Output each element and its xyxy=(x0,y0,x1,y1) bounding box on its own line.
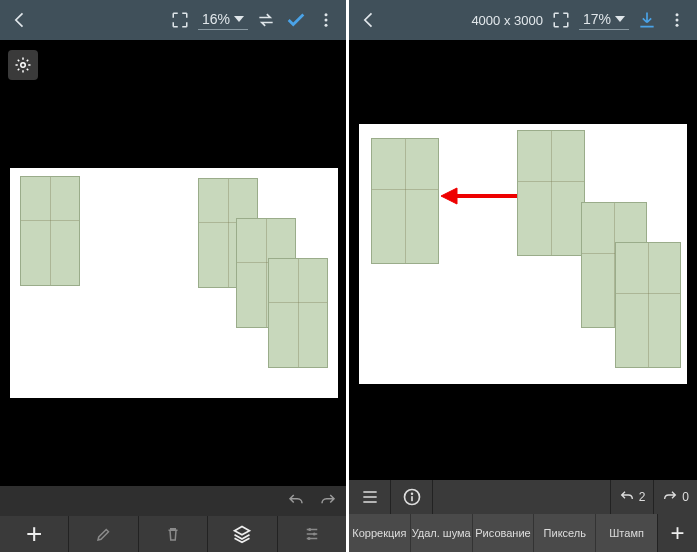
svg-point-7 xyxy=(676,13,679,16)
tool-stamp[interactable]: Штамп xyxy=(595,514,657,552)
sliders-button[interactable] xyxy=(277,516,346,552)
add-tool-button[interactable]: + xyxy=(657,514,697,552)
map-fragment xyxy=(517,130,585,256)
map-fragment xyxy=(371,138,439,264)
zoom-dropdown[interactable]: 17% xyxy=(579,11,629,30)
svg-point-0 xyxy=(325,13,328,16)
undo-counter[interactable]: 2 xyxy=(610,480,654,514)
confirm-icon[interactable] xyxy=(284,8,308,32)
tool-pixel[interactable]: Пиксель xyxy=(533,514,595,552)
left-screenshot: 16% + xyxy=(0,0,349,552)
canvas[interactable] xyxy=(10,168,338,398)
topbar: 16% xyxy=(0,0,346,40)
edit-button[interactable] xyxy=(68,516,137,552)
svg-point-5 xyxy=(313,533,316,536)
undo-icon[interactable] xyxy=(284,489,308,513)
svg-point-6 xyxy=(307,537,310,540)
download-icon[interactable] xyxy=(635,8,659,32)
back-icon[interactable] xyxy=(8,8,32,32)
delete-button[interactable] xyxy=(138,516,207,552)
svg-point-4 xyxy=(308,528,311,531)
menu-button[interactable] xyxy=(349,480,391,514)
layers-button[interactable] xyxy=(207,516,276,552)
tool-correction[interactable]: Коррекция xyxy=(349,514,410,552)
more-icon[interactable] xyxy=(314,8,338,32)
svg-point-3 xyxy=(21,63,26,68)
svg-marker-11 xyxy=(441,188,457,204)
info-row: 2 0 xyxy=(349,480,697,514)
tool-row: Коррекция Удал. шума Рисование Пиксель Ш… xyxy=(349,514,697,552)
svg-point-2 xyxy=(325,24,328,27)
bottombar: + xyxy=(0,486,346,552)
tool-denoise[interactable]: Удал. шума xyxy=(410,514,472,552)
right-screenshot: 4000 x 3000 17% xyxy=(349,0,697,552)
back-icon[interactable] xyxy=(357,8,381,32)
zoom-dropdown[interactable]: 16% xyxy=(198,11,248,30)
redo-icon[interactable] xyxy=(316,489,340,513)
map-fragment xyxy=(615,242,681,368)
zoom-label: 16% xyxy=(202,11,230,27)
redo-count: 0 xyxy=(682,490,689,504)
svg-point-1 xyxy=(325,19,328,22)
fullscreen-icon[interactable] xyxy=(549,8,573,32)
svg-point-13 xyxy=(410,492,413,495)
chevron-down-icon xyxy=(234,16,244,22)
redo-counter[interactable]: 0 xyxy=(653,480,697,514)
canvas[interactable] xyxy=(359,124,687,384)
map-fragment xyxy=(268,258,328,368)
map-fragment xyxy=(20,176,80,286)
add-button[interactable]: + xyxy=(0,516,68,552)
main-toolbar: + xyxy=(0,516,346,552)
tool-draw[interactable]: Рисование xyxy=(472,514,534,552)
arrow-annotation xyxy=(441,184,521,208)
more-icon[interactable] xyxy=(665,8,689,32)
chevron-down-icon xyxy=(615,16,625,22)
svg-rect-14 xyxy=(411,496,413,501)
history-row xyxy=(0,486,346,516)
fullscreen-icon[interactable] xyxy=(168,8,192,32)
settings-button[interactable] xyxy=(8,50,38,80)
topbar: 4000 x 3000 17% xyxy=(349,0,697,40)
bottombar: 2 0 Коррекция Удал. шума Рисование Пиксе… xyxy=(349,480,697,552)
info-button[interactable] xyxy=(391,480,433,514)
undo-count: 2 xyxy=(639,490,646,504)
swap-icon[interactable] xyxy=(254,8,278,32)
svg-point-9 xyxy=(676,24,679,27)
dimensions-label: 4000 x 3000 xyxy=(471,13,543,28)
svg-point-8 xyxy=(676,19,679,22)
zoom-label: 17% xyxy=(583,11,611,27)
